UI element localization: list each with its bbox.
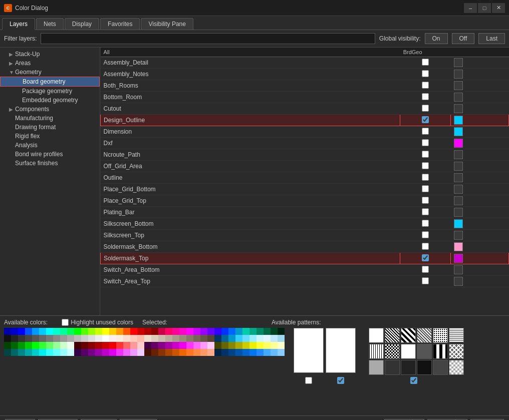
color-cell-133[interactable] — [95, 349, 102, 356]
color-cell-79[interactable] — [278, 335, 285, 342]
color-cell-100[interactable] — [144, 342, 151, 349]
color-cell-83[interactable] — [25, 342, 32, 349]
layer-checkbox-col1-17[interactable] — [400, 253, 451, 264]
layer-color-1[interactable] — [451, 69, 509, 80]
color-cell-20[interactable] — [144, 328, 151, 335]
visibility-off-button[interactable]: Off — [452, 33, 475, 44]
pattern-cell-13[interactable] — [385, 360, 400, 375]
tab-display[interactable]: Display — [65, 18, 99, 30]
color-cell-35[interactable] — [249, 328, 257, 335]
color-cell-157[interactable] — [264, 349, 271, 356]
layer-checkbox-1-18[interactable] — [422, 266, 429, 273]
color-cell-52[interactable] — [88, 335, 95, 342]
color-cell-37[interactable] — [264, 328, 271, 335]
color-cell-84[interactable] — [32, 342, 39, 349]
color-cell-87[interactable] — [53, 342, 60, 349]
layer-color-18[interactable] — [451, 264, 509, 276]
color-cell-101[interactable] — [151, 342, 158, 349]
sidebar-item-manufacturing[interactable]: Manufacturing — [0, 114, 100, 123]
color-cell-30[interactable] — [214, 328, 221, 335]
color-cell-27[interactable] — [193, 328, 200, 335]
color-cell-0[interactable] — [4, 328, 11, 335]
layer-color-swatch-13[interactable] — [454, 208, 463, 217]
layer-color-swatch-11[interactable] — [454, 185, 463, 194]
color-cell-96[interactable] — [116, 342, 123, 349]
layer-checkbox-col1-12[interactable] — [400, 195, 451, 207]
layer-checkbox-col1-16[interactable] — [400, 241, 451, 253]
color-cell-65[interactable] — [179, 335, 186, 342]
color-cell-138[interactable] — [130, 349, 137, 356]
color-cell-80[interactable] — [4, 342, 11, 349]
color-cell-55[interactable] — [109, 335, 116, 342]
color-cell-153[interactable] — [235, 349, 242, 356]
sidebar-item-analysis[interactable]: Analysis — [0, 141, 100, 150]
color-cell-2[interactable] — [18, 328, 25, 335]
color-cell-115[interactable] — [249, 342, 257, 349]
color-cell-23[interactable] — [165, 328, 172, 335]
color-cell-131[interactable] — [81, 349, 88, 356]
color-cell-113[interactable] — [235, 342, 242, 349]
color-cell-69[interactable] — [207, 335, 214, 342]
color-cell-120[interactable] — [4, 349, 11, 356]
color-cell-25[interactable] — [179, 328, 186, 335]
color-cell-14[interactable] — [102, 328, 109, 335]
color-cell-53[interactable] — [95, 335, 102, 342]
color-cell-60[interactable] — [144, 335, 151, 342]
color-cell-104[interactable] — [172, 342, 179, 349]
visibility-last-button[interactable]: Last — [478, 33, 505, 44]
maximize-button[interactable]: □ — [478, 3, 491, 13]
layer-checkbox-col1-14[interactable] — [400, 218, 451, 230]
filter-input[interactable] — [41, 33, 375, 44]
tab-layers[interactable]: Layers — [2, 18, 35, 30]
color-cell-85[interactable] — [39, 342, 46, 349]
layer-checkbox-col1-18[interactable] — [400, 264, 451, 276]
color-cell-42[interactable] — [18, 335, 25, 342]
color-cell-50[interactable] — [74, 335, 81, 342]
color-cell-106[interactable] — [186, 342, 193, 349]
layer-color-swatch-5[interactable] — [454, 116, 463, 125]
layer-checkbox-col1-8[interactable] — [400, 149, 451, 161]
color-cell-90[interactable] — [74, 342, 81, 349]
color-cell-4[interactable] — [32, 328, 39, 335]
selected-swatch-2[interactable] — [326, 328, 356, 373]
layer-color-swatch-7[interactable] — [454, 139, 463, 148]
sidebar-item-components[interactable]: ▶Components — [0, 105, 100, 114]
color-cell-132[interactable] — [88, 349, 95, 356]
layer-checkbox-col1-2[interactable] — [400, 80, 451, 92]
color-cell-34[interactable] — [242, 328, 249, 335]
color-cell-95[interactable] — [109, 342, 116, 349]
layer-checkbox-1-15[interactable] — [422, 231, 429, 238]
color-cell-110[interactable] — [214, 342, 221, 349]
color-cell-64[interactable] — [172, 335, 179, 342]
color-cell-139[interactable] — [137, 349, 144, 356]
tab-visibilityPane[interactable]: Visibility Pane — [141, 18, 193, 30]
color-cell-126[interactable] — [46, 349, 53, 356]
layer-checkbox-1-11[interactable] — [422, 185, 429, 192]
pattern-cell-1[interactable] — [385, 328, 400, 343]
sidebar-item-geometry[interactable]: ▼Geometry — [0, 68, 100, 77]
color-cell-1[interactable] — [11, 328, 18, 335]
layer-color-14[interactable] — [451, 218, 509, 230]
swatch-checkbox-1[interactable] — [305, 377, 312, 384]
color-cell-16[interactable] — [116, 328, 123, 335]
color-cell-128[interactable] — [60, 349, 67, 356]
layer-checkbox-1-8[interactable] — [422, 151, 429, 158]
color-cell-81[interactable] — [11, 342, 18, 349]
color-cell-6[interactable] — [46, 328, 53, 335]
color-cell-108[interactable] — [200, 342, 207, 349]
color-cell-70[interactable] — [214, 335, 221, 342]
color-cell-149[interactable] — [207, 349, 214, 356]
color-cell-72[interactable] — [228, 335, 235, 342]
layer-color-17[interactable] — [451, 253, 509, 264]
color-cell-88[interactable] — [60, 342, 67, 349]
layer-checkbox-1-13[interactable] — [422, 208, 429, 215]
color-cell-13[interactable] — [95, 328, 102, 335]
layer-color-swatch-14[interactable] — [454, 219, 463, 228]
layer-color-9[interactable] — [451, 161, 509, 172]
layer-checkbox-col1-4[interactable] — [400, 103, 451, 115]
layer-color-0[interactable] — [451, 57, 509, 69]
color-cell-142[interactable] — [158, 349, 165, 356]
layer-checkbox-1-1[interactable] — [422, 70, 429, 77]
pattern-cell-9[interactable] — [417, 344, 432, 359]
color-cell-77[interactable] — [264, 335, 271, 342]
